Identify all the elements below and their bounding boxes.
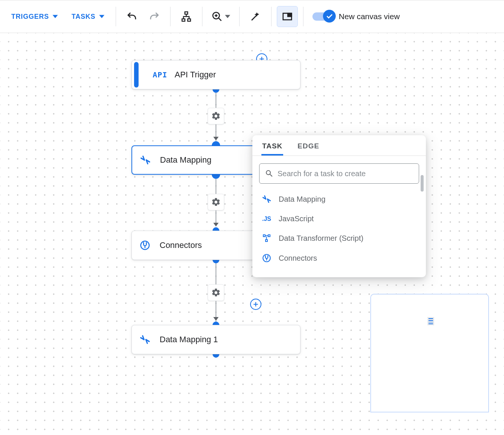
- connectors-icon: [261, 253, 272, 263]
- task-item-label: Connectors: [279, 254, 317, 263]
- gear-icon: [211, 288, 221, 298]
- node-label: Data Mapping: [160, 155, 211, 165]
- add-node-button[interactable]: [250, 299, 261, 310]
- undo-icon: [126, 11, 137, 22]
- toolbar-divider: [239, 7, 240, 26]
- edge-arrow: [213, 301, 219, 322]
- popover-tabs: TASK EDGE: [252, 135, 426, 156]
- minimap-content-icon: [427, 317, 434, 325]
- svg-rect-8: [268, 235, 270, 237]
- data-mapping-icon: [139, 333, 151, 346]
- edge-arrow: [213, 124, 219, 141]
- node-label: API Trigger: [175, 70, 216, 80]
- magic-button[interactable]: [245, 6, 266, 27]
- undo-button[interactable]: [121, 6, 142, 27]
- edge-line: [216, 301, 216, 317]
- toolbar-divider: [202, 7, 202, 26]
- search-icon: [265, 169, 274, 178]
- caret-down-icon: [99, 14, 104, 19]
- edge: [208, 93, 224, 141]
- search-input[interactable]: [278, 169, 413, 178]
- toolbar: TRIGGERS TASKS New canvas view: [0, 0, 504, 33]
- edge-settings-button[interactable]: [208, 284, 224, 301]
- edge-line: [216, 263, 216, 284]
- zoom-menu-button[interactable]: [208, 11, 234, 22]
- task-item-label: Data Transformer (Script): [279, 234, 364, 243]
- node-label: Data Mapping 1: [160, 335, 218, 344]
- gear-icon: [211, 197, 221, 207]
- data-transformer-icon: [261, 234, 272, 243]
- panel-toggle-button[interactable]: [277, 6, 298, 27]
- edge-line: [216, 210, 216, 223]
- edge: [208, 263, 224, 322]
- minimap[interactable]: [370, 294, 489, 412]
- toolbar-divider: [116, 7, 116, 26]
- edge-arrow: [213, 210, 219, 227]
- layout-button[interactable]: [176, 6, 197, 27]
- check-icon: [325, 12, 333, 20]
- svg-rect-7: [263, 235, 265, 237]
- tasks-menu-button[interactable]: TASKS: [65, 9, 110, 24]
- svg-rect-1: [182, 19, 185, 21]
- redo-icon: [149, 11, 160, 22]
- data-mapping-icon: [261, 194, 272, 204]
- node-data-mapping-1[interactable]: Data Mapping 1: [131, 325, 300, 354]
- svg-rect-9: [266, 240, 267, 242]
- magic-wand-icon: [250, 11, 261, 22]
- tasks-label: TASKS: [71, 13, 95, 21]
- tab-task[interactable]: TASK: [261, 140, 283, 156]
- task-item-data-mapping[interactable]: Data Mapping: [256, 189, 422, 209]
- trigger-accent: [134, 62, 139, 88]
- hierarchy-icon: [181, 11, 192, 22]
- edge: [208, 179, 224, 227]
- arrow-down-icon: [213, 317, 219, 321]
- svg-rect-2: [188, 19, 191, 21]
- edge-settings-button[interactable]: [208, 108, 224, 124]
- edge-line: [216, 179, 216, 194]
- caret-down-icon: [53, 14, 58, 19]
- arrow-down-icon: [213, 137, 219, 140]
- connectors-icon: [139, 239, 151, 252]
- toolbar-divider: [271, 7, 272, 26]
- toolbar-divider: [170, 7, 171, 26]
- task-list: Data Mapping .JS JavaScript Data Transfo…: [252, 189, 426, 268]
- canvas-view-toggle-wrap: New canvas view: [312, 12, 400, 21]
- svg-rect-5: [288, 13, 291, 17]
- edge-line: [216, 124, 216, 137]
- svg-rect-0: [185, 12, 188, 14]
- triggers-menu-button[interactable]: TRIGGERS: [5, 9, 64, 24]
- zoom-icon: [211, 11, 223, 22]
- task-item-data-transformer[interactable]: Data Transformer (Script): [256, 228, 422, 248]
- toolbar-divider: [303, 7, 303, 26]
- scrollbar[interactable]: [421, 175, 424, 192]
- triggers-label: TRIGGERS: [11, 13, 49, 21]
- node-api-trigger[interactable]: API API Trigger: [131, 60, 300, 89]
- javascript-icon: .JS: [261, 216, 272, 222]
- task-item-javascript[interactable]: .JS JavaScript: [256, 209, 422, 228]
- gear-icon: [211, 111, 221, 121]
- canvas[interactable]: API API Trigger Data Mapping: [0, 33, 504, 435]
- search-field-wrap[interactable]: [259, 163, 419, 184]
- task-popover: TASK EDGE Data Mapping .JS JavaScript: [252, 135, 426, 277]
- node-label: Connectors: [160, 240, 202, 250]
- panel-icon: [282, 11, 293, 22]
- api-icon: API: [154, 68, 166, 81]
- task-item-label: JavaScript: [279, 214, 314, 223]
- data-mapping-icon: [139, 154, 152, 166]
- edge-line: [216, 93, 216, 108]
- canvas-view-toggle[interactable]: [312, 12, 334, 21]
- arrow-down-icon: [213, 223, 219, 227]
- edge-settings-button[interactable]: [208, 194, 224, 210]
- redo-button[interactable]: [144, 6, 165, 27]
- canvas-view-toggle-label: New canvas view: [339, 12, 400, 21]
- tab-edge[interactable]: EDGE: [297, 140, 320, 156]
- task-item-connectors[interactable]: Connectors: [256, 248, 422, 268]
- caret-down-icon: [225, 14, 230, 19]
- plus-icon: [252, 301, 260, 308]
- task-item-label: Data Mapping: [279, 195, 326, 204]
